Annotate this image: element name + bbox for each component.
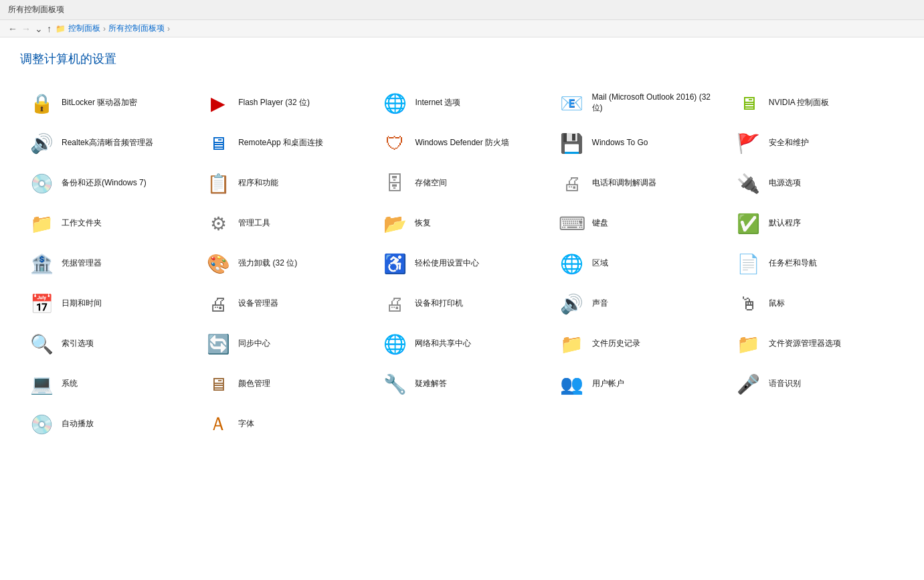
recovery-icon: 📂 (381, 210, 408, 237)
cp-item-devmgr[interactable]: 🖨设备管理器 (197, 284, 373, 324)
cp-item-manage[interactable]: ⚙管理工具 (197, 203, 373, 244)
main-content: 调整计算机的设置 🔒BitLocker 驱动器加密▶Flash Player (… (0, 37, 924, 458)
network-icon: 🌐 (381, 330, 408, 357)
user-label: 用户帐户 (592, 379, 624, 389)
remoteapp-icon: 🖥 (205, 130, 232, 157)
cp-item-nvidia[interactable]: 🖥NVIDIA 控制面板 (727, 83, 904, 123)
windowstogo-label: Windows To Go (592, 138, 648, 149)
cp-item-bitlocker[interactable]: 🔒BitLocker 驱动器加密 (20, 83, 197, 123)
system-icon: 💻 (28, 371, 55, 397)
security-icon: 🚩 (735, 130, 762, 157)
cp-item-taskbar[interactable]: 📄任务栏和导航 (727, 244, 904, 284)
cp-item-mail[interactable]: 📧Mail (Microsoft Outlook 2016) (32 位) (551, 83, 727, 123)
system-label: 系统 (62, 379, 78, 389)
bitlocker-icon: 🔒 (28, 90, 55, 116)
uninstall-icon: 🎨 (205, 250, 232, 277)
cp-item-sound[interactable]: 🔊声音 (551, 284, 727, 324)
back-button[interactable]: ← (8, 23, 17, 34)
cp-item-keyboard[interactable]: ⌨键盘 (551, 203, 727, 244)
font-label: 字体 (238, 419, 254, 429)
flash-icon: ▶ (205, 90, 232, 116)
index-icon: 🔍 (28, 330, 55, 357)
speech-label: 语音识别 (769, 379, 801, 389)
up-button[interactable]: ↑ (47, 23, 52, 34)
cp-item-windowstogo[interactable]: 💾Windows To Go (551, 123, 727, 163)
cp-item-fileexplorer[interactable]: 📁文件资源管理器选项 (727, 324, 904, 364)
cp-item-programs[interactable]: 📋程序和功能 (197, 163, 373, 203)
cp-item-storage[interactable]: 🗄存储空间 (373, 163, 550, 203)
breadcrumb-controlpanel[interactable]: 控制面板 (68, 23, 100, 34)
cp-item-index[interactable]: 🔍索引选项 (20, 324, 197, 364)
cp-item-workfolder[interactable]: 📁工作文件夹 (20, 203, 197, 244)
storage-icon: 🗄 (381, 170, 408, 197)
cp-item-mouse[interactable]: 🖱鼠标 (727, 284, 904, 324)
index-label: 索引选项 (62, 339, 94, 349)
mail-icon: 📧 (559, 90, 585, 116)
breadcrumb: 📁 控制面板 › 所有控制面板项 › (56, 23, 170, 34)
speech-icon: 🎤 (735, 371, 762, 397)
security-label: 安全和维护 (769, 138, 809, 149)
bitlocker-label: BitLocker 驱动器加密 (62, 98, 137, 108)
cp-item-sync[interactable]: 🔄同步中心 (197, 324, 373, 364)
mouse-icon: 🖱 (735, 290, 762, 317)
cp-item-credential[interactable]: 🏦凭据管理器 (20, 244, 197, 284)
datetime-label: 日期和时间 (62, 298, 102, 309)
workfolder-icon: 📁 (28, 210, 55, 237)
cp-item-font[interactable]: Ａ字体 (197, 404, 373, 444)
cp-item-default[interactable]: ✅默认程序 (727, 203, 904, 244)
dropdown-button[interactable]: ⌄ (35, 23, 43, 34)
cp-item-speech[interactable]: 🎤语音识别 (727, 364, 904, 404)
cp-item-power[interactable]: 🔌电源选项 (727, 163, 904, 203)
power-label: 电源选项 (769, 178, 801, 189)
sound-label: 声音 (592, 298, 608, 309)
cp-item-network[interactable]: 🌐网络和共享中心 (373, 324, 550, 364)
cp-item-flash[interactable]: ▶Flash Player (32 位) (197, 83, 373, 123)
cp-item-autoplay[interactable]: 💿自动播放 (20, 404, 197, 444)
sound-icon: 🔊 (559, 290, 585, 317)
manage-label: 管理工具 (238, 218, 270, 229)
taskbar-icon: 📄 (735, 250, 762, 277)
cp-item-remoteapp[interactable]: 🖥RemoteApp 和桌面连接 (197, 123, 373, 163)
breadcrumb-sep1: › (103, 24, 106, 33)
keyboard-icon: ⌨ (559, 210, 585, 237)
cp-item-devices[interactable]: 🖨设备和打印机 (373, 284, 550, 324)
cp-item-phone[interactable]: 🖨电话和调制解调器 (551, 163, 727, 203)
mail-label: Mail (Microsoft Outlook 2016) (32 位) (592, 92, 719, 113)
forward-button[interactable]: → (21, 23, 31, 34)
mouse-label: 鼠标 (769, 298, 785, 309)
cp-item-recovery[interactable]: 📂恢复 (373, 203, 550, 244)
cp-item-troubleshoot[interactable]: 🔧疑难解答 (373, 364, 550, 404)
devmgr-icon: 🖨 (205, 290, 232, 317)
color-label: 颜色管理 (238, 379, 270, 389)
keyboard-label: 键盘 (592, 218, 608, 229)
power-icon: 🔌 (735, 170, 762, 197)
cp-item-color[interactable]: 🖥颜色管理 (197, 364, 373, 404)
sync-label: 同步中心 (238, 339, 270, 349)
backup-icon: 💿 (28, 170, 55, 197)
cp-item-backup[interactable]: 💿备份和还原(Windows 7) (20, 163, 197, 203)
troubleshoot-icon: 🔧 (381, 371, 408, 397)
cp-item-uninstall[interactable]: 🎨强力卸载 (32 位) (197, 244, 373, 284)
flash-label: Flash Player (32 位) (238, 98, 310, 108)
cp-item-realtek[interactable]: 🔊Realtek高清晰音频管理器 (20, 123, 197, 163)
items-grid: 🔒BitLocker 驱动器加密▶Flash Player (32 位)🌐Int… (20, 83, 904, 444)
cp-item-datetime[interactable]: 📅日期和时间 (20, 284, 197, 324)
cp-item-user[interactable]: 👥用户帐户 (551, 364, 727, 404)
realtek-icon: 🔊 (28, 130, 55, 157)
devmgr-label: 设备管理器 (238, 298, 278, 309)
default-icon: ✅ (735, 210, 762, 237)
cp-item-system[interactable]: 💻系统 (20, 364, 197, 404)
cp-item-security[interactable]: 🚩安全和维护 (727, 123, 904, 163)
font-icon: Ａ (205, 411, 232, 438)
cp-item-ease[interactable]: ♿轻松使用设置中心 (373, 244, 550, 284)
cp-item-region[interactable]: 🌐区域 (551, 244, 727, 284)
cp-item-windefender[interactable]: 🛡Windows Defender 防火墙 (373, 123, 550, 163)
phone-icon: 🖨 (559, 170, 585, 197)
cp-item-filehistory[interactable]: 📁文件历史记录 (551, 324, 727, 364)
windowstogo-icon: 💾 (559, 130, 585, 157)
taskbar-label: 任务栏和导航 (769, 258, 817, 269)
breadcrumb-allitems[interactable]: 所有控制面板项 (108, 23, 165, 34)
filehistory-icon: 📁 (559, 330, 585, 357)
cp-item-internet[interactable]: 🌐Internet 选项 (373, 83, 550, 123)
phone-label: 电话和调制解调器 (592, 178, 656, 189)
